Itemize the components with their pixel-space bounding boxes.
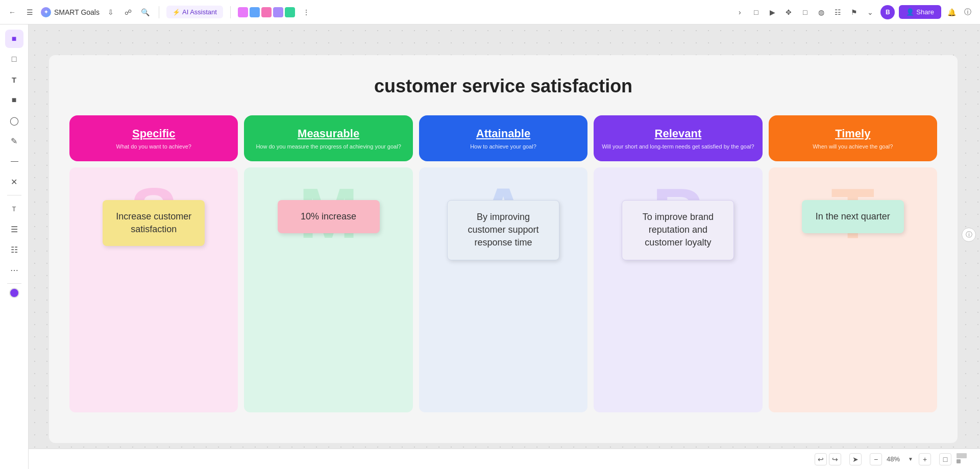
measurable-header: Measurable How do you measure the progre… <box>244 115 412 161</box>
bottom-bar: ↩ ↪ ➤ − 48% ▼ + □ <box>29 449 980 469</box>
notification-icon[interactable]: 🔔 <box>945 6 958 18</box>
bottom-map-button[interactable] <box>955 452 972 466</box>
divider-2 <box>230 6 231 18</box>
chevron-right-icon[interactable]: › <box>733 6 746 18</box>
timely-title: Timely <box>835 127 870 140</box>
sidebar-home-icon[interactable]: ■ <box>5 30 23 48</box>
undo-button[interactable]: ↩ <box>815 453 827 465</box>
menu-button[interactable]: ☰ <box>23 6 36 18</box>
avatar-2 <box>250 7 260 17</box>
zoom-control: ↩ ↪ ➤ − 48% ▼ + □ <box>815 453 951 465</box>
specific-header: Specific What do you want to achieve? <box>69 115 238 161</box>
timely-header: Timely When will you achieve the goal? <box>769 115 937 161</box>
cursor-icon[interactable]: ✥ <box>782 6 795 18</box>
specific-subtitle: What do you want to achieve? <box>116 143 191 150</box>
download-icon[interactable]: ⇩ <box>105 6 117 18</box>
divider-1 <box>159 6 159 18</box>
avatar-5 <box>285 7 295 17</box>
relevant-subtitle: Will your short and long-term needs get … <box>602 143 754 150</box>
measurable-note[interactable]: 10% increase <box>278 200 380 233</box>
fullscreen-button[interactable]: □ <box>939 453 951 465</box>
help-icon[interactable]: ⓘ <box>962 6 974 18</box>
color-indicator[interactable] <box>9 288 19 298</box>
sidebar-sticky-icon[interactable]: ■ <box>5 91 23 109</box>
timely-subtitle: When will you achieve the goal? <box>813 143 893 150</box>
user-avatar: B <box>880 5 895 19</box>
share-button[interactable]: 👤 Share <box>899 5 941 19</box>
sidebar-text2-icon[interactable]: T <box>5 200 23 218</box>
main-title: customer service satisfaction <box>69 76 937 97</box>
collaborator-avatars <box>238 7 295 17</box>
app-logo: ✦ <box>41 7 51 17</box>
content-area: customer service satisfaction Specific W… <box>49 55 958 443</box>
sidebar-shape-icon[interactable]: ◯ <box>5 111 23 130</box>
info-icon[interactable]: ⓘ <box>962 228 976 242</box>
toolbar-left: ← ☰ ✦ SMART Goals ⇩ ☍ 🔍 ⚡ AI Assistant ⋮ <box>6 6 729 18</box>
attainable-header: Attainable How to achieve your goal? <box>419 115 587 161</box>
zoom-in-button[interactable]: + <box>919 453 931 465</box>
relevant-header: Relevant Will your short and long-term n… <box>594 115 762 161</box>
search-icon[interactable]: 🔍 <box>139 6 152 18</box>
sidebar-more-icon[interactable]: ⋯ <box>5 261 23 279</box>
chevron-down-icon[interactable]: ⌄ <box>864 6 876 18</box>
sidebar-list-icon[interactable]: ☰ <box>5 220 23 238</box>
doc-title[interactable]: SMART Goals <box>54 8 100 16</box>
sidebar-divider-1 <box>7 195 21 195</box>
attainable-subtitle: How to achieve your goal? <box>470 143 536 150</box>
sidebar-eraser-icon[interactable]: ✕ <box>5 172 23 191</box>
left-sidebar: ■ □ T ■ ◯ ✎ ⸻ ✕ T ☰ ☷ ⋯ <box>0 24 29 469</box>
specific-body: S Increase customer satisfaction <box>69 167 238 412</box>
timely-note[interactable]: In the next quarter <box>802 200 904 233</box>
relevant-column: Relevant Will your short and long-term n… <box>594 115 762 412</box>
flag-icon[interactable]: ⚑ <box>848 6 860 18</box>
attainable-column: Attainable How to achieve your goal? A B… <box>419 115 587 412</box>
redo-button[interactable]: ↪ <box>829 453 841 465</box>
timely-column: Timely When will you achieve the goal? T… <box>769 115 937 412</box>
more-icon[interactable]: ⋮ <box>300 6 312 18</box>
zoom-dropdown-icon[interactable]: ▼ <box>904 453 917 465</box>
zoom-level: 48% <box>884 455 902 463</box>
measurable-subtitle: How do you measure the progress of achie… <box>256 143 401 150</box>
sidebar-divider-2 <box>7 283 21 284</box>
relevant-note[interactable]: To improve brand reputation and customer… <box>622 200 734 260</box>
toolbar: ← ☰ ✦ SMART Goals ⇩ ☍ 🔍 ⚡ AI Assistant ⋮ <box>0 0 980 24</box>
timely-body: T In the next quarter <box>769 167 937 412</box>
measurable-title: Measurable <box>298 127 359 140</box>
attainable-title: Attainable <box>476 127 530 140</box>
sidebar-table-icon[interactable]: ☷ <box>5 240 23 259</box>
specific-note[interactable]: Increase customer satisfaction <box>103 200 205 246</box>
svg-rect-0 <box>957 459 961 463</box>
avatar-4 <box>273 7 283 17</box>
sidebar-pen-icon[interactable]: ✎ <box>5 132 23 150</box>
canvas-area[interactable]: customer service satisfaction Specific W… <box>29 24 980 469</box>
attainable-body: A By improving customer support response… <box>419 167 587 412</box>
back-button[interactable]: ← <box>6 6 18 18</box>
sidebar-highlight-icon[interactable]: ⸻ <box>5 152 23 170</box>
relevant-body: R To improve brand reputation and custom… <box>594 167 762 412</box>
timer-icon[interactable]: ◍ <box>815 6 827 18</box>
comment-icon[interactable]: □ <box>799 6 811 18</box>
toolbar-right: › □ ▶ ✥ □ ◍ ☷ ⚑ ⌄ B 👤 Share 🔔 ⓘ <box>733 5 974 19</box>
ai-assistant-button[interactable]: ⚡ AI Assistant <box>166 6 223 18</box>
measurable-body: M 10% increase <box>244 167 412 412</box>
svg-rect-1 <box>957 453 967 458</box>
play-icon[interactable]: ▶ <box>766 6 778 18</box>
specific-column: Specific What do you want to achieve? S … <box>69 115 238 412</box>
zoom-out-button[interactable]: − <box>870 453 882 465</box>
sidebar-text-icon[interactable]: T <box>5 70 23 89</box>
attainable-note[interactable]: By improving customer support response t… <box>447 200 559 260</box>
tag-icon[interactable]: ☍ <box>122 6 134 18</box>
grid-icon[interactable]: ☷ <box>831 6 844 18</box>
cursor-tool[interactable]: ➤ <box>849 453 862 465</box>
specific-title: Specific <box>132 127 175 140</box>
relevant-title: Relevant <box>655 127 702 140</box>
smart-grid: Specific What do you want to achieve? S … <box>69 115 937 412</box>
avatar-1 <box>238 7 248 17</box>
measurable-column: Measurable How do you measure the progre… <box>244 115 412 412</box>
avatar-3 <box>261 7 272 17</box>
sidebar-frame-icon[interactable]: □ <box>5 50 23 68</box>
insert-icon[interactable]: □ <box>750 6 762 18</box>
